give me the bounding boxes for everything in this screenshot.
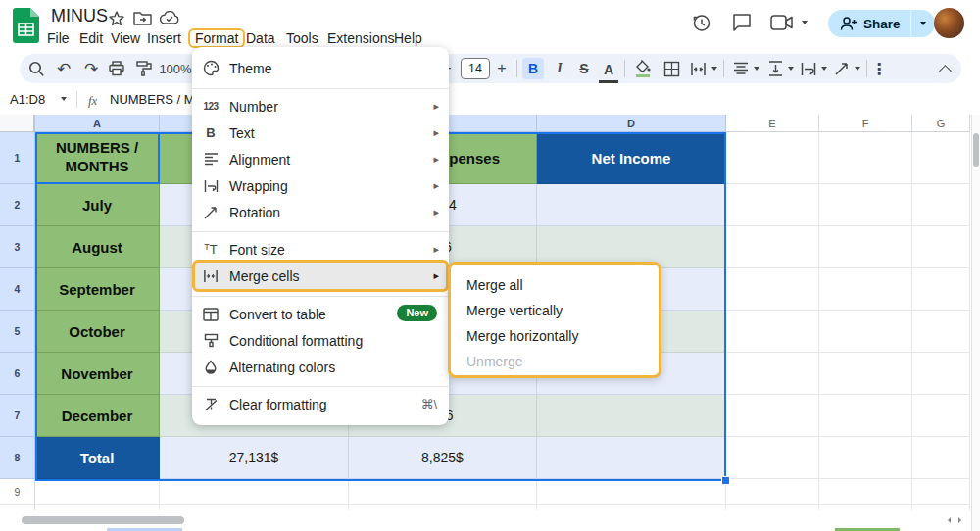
- fill-color-button[interactable]: [632, 54, 654, 83]
- cloud-saved-icon[interactable]: [160, 11, 179, 25]
- menu-item-convert-to-table[interactable]: Convert to table New: [192, 301, 449, 327]
- share-button[interactable]: Share: [828, 10, 935, 37]
- row-header-1[interactable]: 1: [0, 132, 35, 184]
- version-history-icon[interactable]: [691, 13, 711, 33]
- cell-A3[interactable]: August: [35, 226, 160, 268]
- horizontal-scrollbar-thumb[interactable]: [22, 516, 184, 524]
- text-rotation-dropdown-icon[interactable]: [855, 67, 860, 73]
- cell-G6[interactable]: [912, 353, 970, 395]
- vertical-align-button[interactable]: [764, 54, 786, 83]
- cell-F8[interactable]: [819, 437, 912, 479]
- menu-item-text[interactable]: B Text ▸: [192, 120, 449, 146]
- cell-C8[interactable]: 8,825$: [349, 437, 537, 479]
- cell-E2[interactable]: [726, 184, 819, 226]
- cell-E9[interactable]: [726, 479, 819, 505]
- cell-A6[interactable]: November: [35, 353, 160, 395]
- cell-E4[interactable]: [726, 268, 819, 311]
- select-all-corner[interactable]: [0, 115, 35, 132]
- cell-E6[interactable]: [726, 353, 819, 395]
- fill-handle[interactable]: [721, 476, 730, 485]
- column-header-E[interactable]: E: [726, 115, 819, 132]
- cell-D7[interactable]: [537, 395, 726, 437]
- row-header-2[interactable]: 2: [0, 184, 35, 226]
- cell-E7[interactable]: [726, 395, 819, 437]
- menu-item-alignment[interactable]: Alignment ▸: [192, 146, 449, 172]
- cell-G2[interactable]: [912, 184, 970, 226]
- cell-A9[interactable]: [35, 479, 160, 505]
- italic-button[interactable]: I: [550, 54, 569, 83]
- document-title[interactable]: MINUS: [51, 6, 108, 26]
- sheets-logo-icon[interactable]: [13, 8, 39, 43]
- cell-D9[interactable]: [537, 479, 726, 505]
- row-header-4[interactable]: 4: [0, 268, 35, 311]
- horizontal-align-dropdown-icon[interactable]: [754, 67, 760, 73]
- text-color-button[interactable]: A: [599, 59, 618, 83]
- submenu-item-merge-horizontally[interactable]: Merge horizontally: [451, 323, 659, 348]
- name-box[interactable]: A1:D8: [10, 92, 45, 107]
- cell-G5[interactable]: [912, 311, 970, 353]
- column-header-D[interactable]: D: [537, 115, 726, 132]
- menu-item-clear-formatting[interactable]: Clear formatting ⌘\: [192, 391, 449, 417]
- menu-item-rotation[interactable]: Rotation ▸: [192, 199, 449, 225]
- menubar-file[interactable]: File: [40, 28, 76, 48]
- video-call-icon[interactable]: [770, 15, 794, 30]
- font-size-increase[interactable]: +: [494, 54, 510, 83]
- row-header-9[interactable]: 9: [0, 479, 35, 505]
- cell-D2[interactable]: [537, 184, 726, 226]
- vertical-scrollbar[interactable]: [971, 115, 980, 531]
- text-wrap-dropdown-icon[interactable]: [821, 67, 827, 73]
- cell-F2[interactable]: [819, 184, 912, 226]
- column-header-A[interactable]: A: [35, 115, 160, 132]
- menubar-insert[interactable]: Insert: [140, 28, 188, 48]
- menu-item-merge-cells[interactable]: Merge cells ▸: [192, 263, 449, 289]
- cell-A2[interactable]: July: [35, 184, 160, 226]
- redo-icon[interactable]: ↷: [78, 54, 104, 83]
- cell-B8[interactable]: 27,131$: [160, 437, 349, 479]
- horizontal-align-button[interactable]: [730, 54, 752, 83]
- cell-F3[interactable]: [819, 226, 912, 268]
- row-header-6[interactable]: 6: [0, 353, 35, 395]
- vertical-scrollbar-thumb[interactable]: [973, 133, 979, 167]
- move-to-folder-icon[interactable]: [133, 11, 152, 26]
- menubar-format[interactable]: Format: [188, 28, 245, 48]
- cell-G8[interactable]: [912, 437, 970, 479]
- cell-A4[interactable]: September: [35, 268, 160, 311]
- column-header-F[interactable]: F: [819, 115, 912, 132]
- submenu-item-merge-all[interactable]: Merge all: [451, 272, 659, 297]
- font-size-input[interactable]: 14: [461, 58, 490, 79]
- cell-F9[interactable]: [819, 479, 912, 505]
- cell-D8[interactable]: [537, 437, 726, 479]
- menubar-tools[interactable]: Tools: [279, 28, 325, 48]
- bold-button[interactable]: B: [522, 58, 544, 79]
- cell-G9[interactable]: [912, 479, 970, 505]
- cell-D1[interactable]: Net Income: [537, 132, 726, 184]
- comment-icon[interactable]: [732, 13, 752, 32]
- cell-E8[interactable]: [726, 437, 819, 479]
- cell-G4[interactable]: [912, 268, 970, 311]
- strikethrough-button[interactable]: S: [574, 54, 594, 83]
- menubar-data[interactable]: Data: [239, 28, 282, 48]
- cell-G7[interactable]: [912, 395, 970, 437]
- menu-item-wrapping[interactable]: Wrapping ▸: [192, 172, 449, 199]
- scroll-left-arrow-icon[interactable]: [945, 517, 951, 523]
- cell-E5[interactable]: [726, 311, 819, 353]
- print-icon[interactable]: [104, 54, 129, 83]
- search-icon[interactable]: [24, 54, 49, 83]
- row-header-8[interactable]: 8: [0, 437, 35, 479]
- menubar-help[interactable]: Help: [387, 28, 429, 48]
- cell-F4[interactable]: [819, 268, 912, 311]
- name-box-dropdown-icon[interactable]: [61, 97, 67, 104]
- vertical-align-dropdown-icon[interactable]: [788, 67, 794, 73]
- cell-F5[interactable]: [819, 311, 912, 353]
- menu-item-alternating-colors[interactable]: Alternating colors: [192, 354, 449, 380]
- text-wrap-button[interactable]: [798, 54, 819, 83]
- submenu-item-merge-vertically[interactable]: Merge vertically: [451, 298, 659, 322]
- collapse-toolbar-icon[interactable]: [933, 54, 956, 83]
- cell-B9[interactable]: [160, 479, 349, 505]
- cell-A1[interactable]: NUMBERS / MONTHS: [35, 132, 160, 184]
- cell-E3[interactable]: [726, 226, 819, 268]
- row-header-3[interactable]: 3: [0, 226, 35, 268]
- menu-item-font-size[interactable]: TT Font size ▸: [192, 236, 449, 263]
- cell-A5[interactable]: October: [35, 311, 160, 353]
- menu-item-number[interactable]: 123 Number ▸: [192, 93, 449, 120]
